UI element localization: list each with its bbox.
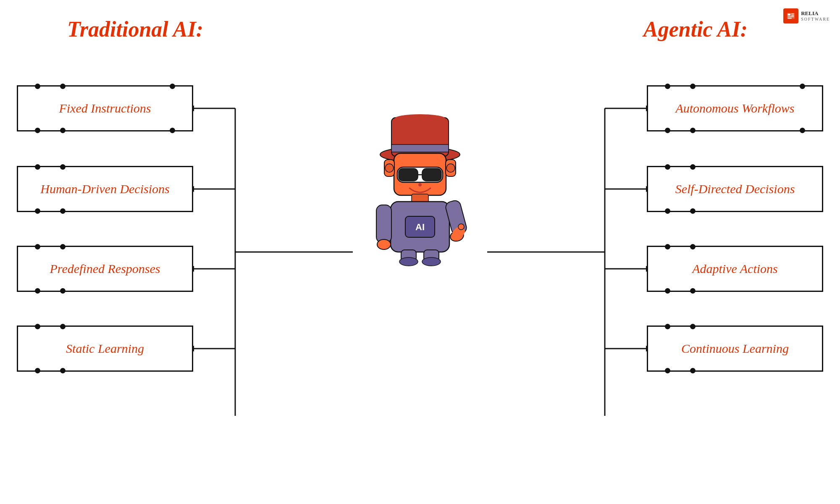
dot (690, 244, 696, 249)
adaptive-actions-box: Adaptive Actions (647, 246, 823, 292)
relia-icon (786, 11, 795, 21)
svg-point-47 (399, 257, 418, 266)
dot (60, 368, 66, 373)
dot (665, 84, 670, 89)
logo-text: RELIA SOFTWARE (801, 10, 830, 22)
continuous-learning-box: Continuous Learning (647, 326, 823, 372)
dot (60, 84, 66, 89)
robot-character: AI (361, 92, 479, 269)
dot (665, 128, 670, 133)
dot (665, 288, 670, 294)
human-driven-decisions-label: Human-Driven Decisions (40, 182, 169, 196)
dot (690, 368, 696, 373)
predefined-responses-box: Predefined Responses (17, 246, 193, 292)
dot (690, 164, 696, 170)
dot (35, 324, 40, 329)
dot (60, 324, 66, 329)
self-directed-decisions-label: Self-Directed Decisions (675, 182, 795, 196)
static-learning-box: Static Learning (17, 326, 193, 372)
fixed-instructions-label: Fixed Instructions (59, 101, 151, 116)
dot (35, 368, 40, 373)
continuous-learning-label: Continuous Learning (681, 341, 789, 356)
svg-point-35 (418, 183, 422, 186)
robot-svg: AI (361, 92, 479, 269)
predefined-responses-label: Predefined Responses (50, 262, 160, 276)
svg-rect-33 (422, 168, 441, 181)
agentic-ai-header: Agentic AI: (643, 17, 748, 42)
dot (690, 128, 696, 133)
dot (35, 84, 40, 89)
dot (800, 84, 805, 89)
dot (35, 288, 40, 294)
svg-rect-40 (376, 205, 391, 243)
dot (665, 208, 670, 214)
human-driven-decisions-box: Human-Driven Decisions (17, 166, 193, 212)
svg-point-41 (377, 239, 391, 249)
fixed-instructions-box: Fixed Instructions (17, 85, 193, 131)
svg-point-30 (446, 164, 455, 172)
dot (665, 164, 670, 170)
dot (60, 288, 66, 294)
svg-point-29 (385, 164, 394, 172)
dot (665, 324, 670, 329)
svg-point-48 (422, 257, 441, 266)
self-directed-decisions-box: Self-Directed Decisions (647, 166, 823, 212)
svg-point-25 (395, 114, 445, 123)
dot (170, 128, 175, 133)
dot (665, 244, 670, 249)
dot (665, 368, 670, 373)
dot (690, 208, 696, 214)
dot (170, 84, 175, 89)
traditional-ai-header: Traditional AI: (67, 17, 203, 42)
dot (35, 208, 40, 214)
svg-text:AI: AI (415, 222, 425, 232)
dot (60, 208, 66, 214)
adaptive-actions-label: Adaptive Actions (692, 262, 778, 276)
dot (60, 128, 66, 133)
dot (690, 324, 696, 329)
dot (800, 128, 805, 133)
logo-icon (783, 8, 798, 24)
dot (690, 288, 696, 294)
dot (35, 164, 40, 170)
autonomous-workflows-label: Autonomous Workflows (675, 101, 794, 116)
autonomous-workflows-box: Autonomous Workflows (647, 85, 823, 131)
dot (60, 164, 66, 170)
static-learning-label: Static Learning (66, 341, 144, 356)
svg-rect-32 (399, 168, 418, 181)
svg-rect-24 (391, 144, 449, 152)
svg-point-44 (458, 224, 464, 230)
logo: RELIA SOFTWARE (783, 8, 830, 24)
dot (690, 84, 696, 89)
dot (35, 244, 40, 249)
dot (35, 128, 40, 133)
dot (60, 244, 66, 249)
